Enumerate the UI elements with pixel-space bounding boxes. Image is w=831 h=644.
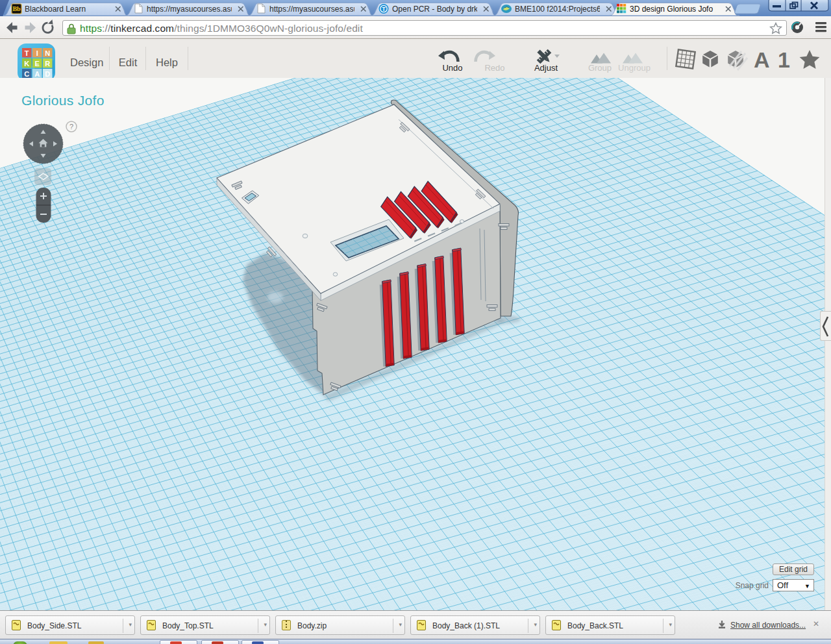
svg-text:Blackboard Learn: Blackboard Learn (25, 5, 86, 14)
svg-text:BME100 f2014:Projects6 -: BME100 f2014:Projects6 - (515, 5, 606, 14)
svg-text:N: N (45, 49, 50, 57)
svg-text:?: ? (69, 123, 73, 130)
svg-text:R: R (45, 60, 50, 68)
svg-text:A: A (34, 70, 40, 78)
svg-text:T: T (25, 49, 29, 57)
svg-text:I: I (36, 49, 38, 57)
svg-text:Open PCR - Body by drka: Open PCR - Body by drka (392, 5, 482, 14)
svg-text:C: C (24, 70, 29, 78)
svg-text:A: A (754, 47, 770, 72)
svg-text:https://myasucourses.asu: https://myasucourses.asu (269, 5, 358, 14)
svg-text:3D design Glorious Jofo |: 3D design Glorious Jofo | (630, 5, 717, 14)
svg-text:https://myasucourses.asu: https://myasucourses.asu (147, 5, 235, 14)
svg-text:D: D (45, 70, 50, 78)
svg-text:T: T (382, 6, 386, 12)
svg-text:E: E (35, 60, 40, 68)
svg-text:1: 1 (778, 47, 790, 72)
svg-text:K: K (24, 60, 29, 68)
svg-text:Bb: Bb (12, 5, 21, 12)
